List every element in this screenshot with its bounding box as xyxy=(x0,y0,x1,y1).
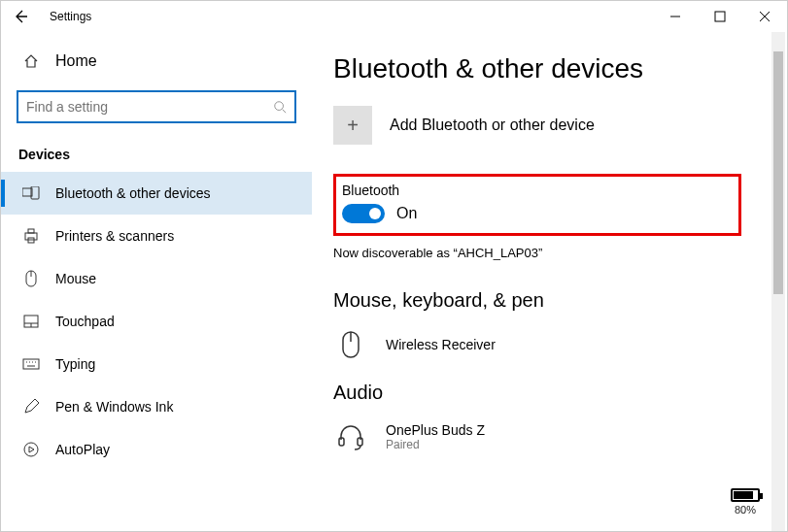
sidebar-item-label: Bluetooth & other devices xyxy=(55,185,211,201)
battery-indicator: 80% xyxy=(731,488,760,515)
mouse-device-icon xyxy=(333,325,368,364)
devices-icon xyxy=(22,186,40,200)
svg-rect-16 xyxy=(23,359,39,369)
mouse-icon xyxy=(22,270,40,287)
sidebar-item-bluetooth[interactable]: Bluetooth & other devices xyxy=(1,172,312,215)
battery-icon xyxy=(731,488,760,502)
home-label: Home xyxy=(55,52,97,70)
sidebar-item-mouse[interactable]: Mouse xyxy=(1,257,312,300)
close-button[interactable] xyxy=(742,1,787,32)
device-text: Wireless Receiver xyxy=(386,337,496,352)
battery-percent: 80% xyxy=(731,504,760,515)
sidebar-item-label: Mouse xyxy=(55,271,96,286)
arrow-left-icon xyxy=(13,9,28,24)
maximize-button[interactable] xyxy=(698,1,742,32)
printer-icon xyxy=(22,228,40,244)
svg-point-22 xyxy=(24,443,38,456)
sidebar-item-printers[interactable]: Printers & scanners xyxy=(1,215,312,257)
discoverable-text: Now discoverable as “AHCH_LAP03” xyxy=(333,246,787,260)
add-device-button[interactable]: + Add Bluetooth or other device xyxy=(333,106,787,145)
svg-rect-1 xyxy=(715,12,725,21)
touchpad-icon xyxy=(22,315,40,328)
svg-line-5 xyxy=(283,110,287,114)
sidebar: Home Devices Bluetooth & other devices P… xyxy=(1,32,312,531)
window-title: Settings xyxy=(50,10,91,23)
close-icon xyxy=(759,11,771,22)
device-oneplus-buds[interactable]: OnePlus Buds Z Paired xyxy=(333,417,787,456)
svg-rect-8 xyxy=(25,233,37,240)
section-audio: Audio xyxy=(333,382,787,404)
maximize-icon xyxy=(714,11,726,22)
bluetooth-toggle-row: On xyxy=(342,204,727,223)
sidebar-item-touchpad[interactable]: Touchpad xyxy=(1,300,312,343)
minimize-icon xyxy=(669,11,681,22)
category-header: Devices xyxy=(1,139,312,172)
section-mouse-keyboard-pen: Mouse, keyboard, & pen xyxy=(333,289,787,312)
keyboard-icon xyxy=(22,358,40,370)
minimize-button[interactable] xyxy=(653,1,698,32)
sidebar-item-label: Pen & Windows Ink xyxy=(55,399,173,415)
pen-icon xyxy=(22,399,40,415)
back-button[interactable] xyxy=(1,1,40,32)
window-controls xyxy=(653,1,787,32)
search-box[interactable] xyxy=(17,90,296,123)
headset-icon xyxy=(333,417,368,456)
main-panel: Bluetooth & other devices + Add Bluetoot… xyxy=(312,32,787,531)
sidebar-item-label: Typing xyxy=(55,356,95,372)
svg-point-4 xyxy=(275,102,284,111)
sidebar-item-label: Touchpad xyxy=(55,314,115,329)
search-icon xyxy=(273,100,287,114)
sidebar-item-autoplay[interactable]: AutoPlay xyxy=(1,428,312,471)
sidebar-item-pen[interactable]: Pen & Windows Ink xyxy=(1,385,312,428)
bluetooth-toggle[interactable] xyxy=(342,204,385,223)
autoplay-icon xyxy=(22,442,40,457)
device-name: OnePlus Buds Z xyxy=(386,422,485,438)
content-area: Home Devices Bluetooth & other devices P… xyxy=(1,32,787,531)
device-text: OnePlus Buds Z Paired xyxy=(386,422,485,451)
home-nav[interactable]: Home xyxy=(1,42,312,81)
titlebar: Settings xyxy=(1,1,787,32)
bluetooth-highlight: Bluetooth On xyxy=(333,174,741,236)
svg-rect-9 xyxy=(28,229,34,233)
scrollbar-thumb[interactable] xyxy=(773,51,783,294)
bluetooth-section-label: Bluetooth xyxy=(342,183,727,198)
page-title: Bluetooth & other devices xyxy=(333,53,787,84)
sidebar-item-label: Printers & scanners xyxy=(55,228,174,244)
device-wireless-receiver[interactable]: Wireless Receiver xyxy=(333,325,787,364)
plus-icon: + xyxy=(333,106,372,145)
home-icon xyxy=(22,53,40,69)
sidebar-item-label: AutoPlay xyxy=(55,442,110,457)
bluetooth-state-label: On xyxy=(396,205,417,222)
search-input[interactable] xyxy=(26,99,273,115)
sidebar-item-typing[interactable]: Typing xyxy=(1,343,312,385)
scrollbar[interactable] xyxy=(771,32,785,531)
device-status: Paired xyxy=(386,438,485,451)
add-device-label: Add Bluetooth or other device xyxy=(390,116,595,134)
device-name: Wireless Receiver xyxy=(386,337,496,352)
toggle-knob xyxy=(369,208,381,219)
